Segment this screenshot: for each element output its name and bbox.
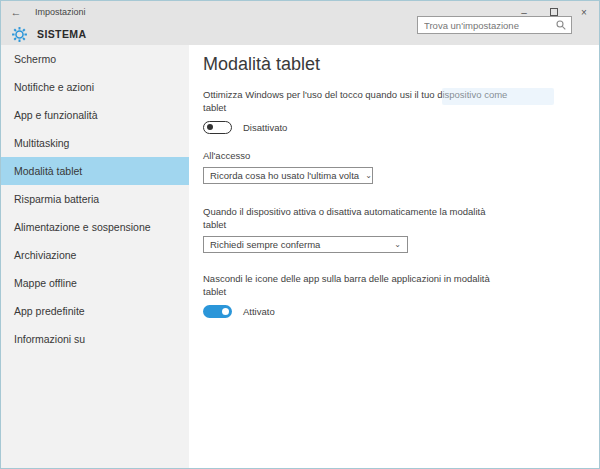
toggle-knob (222, 308, 229, 315)
settings-window: ← Impostazioni – × (0, 0, 600, 469)
chevron-down-icon: ⌄ (359, 171, 372, 180)
sidebar-item-risparmia-batteria[interactable]: Risparmia batteria (1, 185, 189, 213)
hide-icons-description: Nascondi le icone delle app sulla barra … (203, 272, 508, 298)
body: SchermoNotifiche e azioniApp e funzional… (1, 45, 599, 468)
sidebar-item-label: Alimentazione e sospensione (14, 221, 151, 233)
sidebar-item-mappe-offline[interactable]: Mappe offline (1, 269, 189, 297)
sidebar-item-archiviazione[interactable]: Archiviazione (1, 241, 189, 269)
signin-dropdown-value: Ricorda cosa ho usato l'ultima volta (210, 170, 359, 181)
signin-dropdown[interactable]: Ricorda cosa ho usato l'ultima volta ⌄ (203, 167, 373, 184)
touch-optimize-row: Disattivato (203, 121, 599, 134)
sidebar-item-label: App e funzionalità (14, 109, 97, 121)
back-button[interactable]: ← (1, 6, 31, 18)
sidebar-item-label: Notifiche e azioni (14, 81, 94, 93)
search-box (417, 16, 572, 34)
sidebar-item-label: Schermo (14, 53, 56, 65)
close-button[interactable]: × (569, 1, 599, 23)
hide-icons-toggle[interactable] (203, 305, 232, 318)
sidebar-item-app-e-funzionalit[interactable]: App e funzionalità (1, 101, 189, 129)
watermark (442, 88, 554, 105)
hide-icons-toggle-label: Attivato (243, 306, 275, 317)
back-arrow-icon: ← (11, 6, 22, 18)
page-section-title: SISTEMA (37, 28, 86, 40)
sidebar-item-multitasking[interactable]: Multitasking (1, 129, 189, 157)
sidebar-item-schermo[interactable]: Schermo (1, 45, 189, 73)
header: SISTEMA (1, 23, 599, 45)
gear-icon (11, 26, 28, 43)
auto-switch-dropdown[interactable]: Richiedi sempre conferma ⌄ (203, 236, 408, 253)
signin-label: All'accesso (203, 149, 508, 162)
sidebar-item-label: Multitasking (14, 137, 69, 149)
sidebar-item-label: Informazioni su (14, 333, 85, 345)
sidebar-item-label: Mappe offline (14, 277, 77, 289)
window-title: Impostazioni (35, 7, 86, 17)
sidebar-item-app-predefinite[interactable]: App predefinite (1, 297, 189, 325)
touch-optimize-toggle-label: Disattivato (243, 122, 287, 133)
search-input[interactable] (418, 20, 556, 31)
close-icon: × (581, 7, 587, 18)
sidebar-nav: SchermoNotifiche e azioniApp e funzional… (1, 45, 189, 468)
sidebar-item-alimentazione-e-sospensione[interactable]: Alimentazione e sospensione (1, 213, 189, 241)
sidebar-item-label: Modalità tablet (14, 165, 82, 177)
maximize-icon (550, 8, 558, 16)
sidebar-item-label: Risparmia batteria (14, 193, 99, 205)
search-icon[interactable] (556, 20, 566, 30)
auto-switch-dropdown-value: Richiedi sempre conferma (210, 239, 320, 250)
top-band: ← Impostazioni – × (1, 1, 599, 45)
toggle-knob (207, 124, 213, 130)
sidebar-item-notifiche-e-azioni[interactable]: Notifiche e azioni (1, 73, 189, 101)
content-pane: Modalità tablet Ottimizza Windows per l'… (189, 45, 599, 468)
sidebar-item-modalit-tablet[interactable]: Modalità tablet (1, 157, 189, 185)
hide-icons-row: Attivato (203, 305, 599, 318)
page-title: Modalità tablet (203, 54, 599, 75)
auto-switch-label: Quando il dispositivo attiva o disattiva… (203, 205, 508, 231)
sidebar-item-label: App predefinite (14, 305, 85, 317)
chevron-down-icon: ⌄ (388, 240, 401, 249)
sidebar-item-informazioni-su[interactable]: Informazioni su (1, 325, 189, 353)
sidebar-item-label: Archiviazione (14, 249, 76, 261)
touch-optimize-toggle[interactable] (203, 121, 232, 134)
